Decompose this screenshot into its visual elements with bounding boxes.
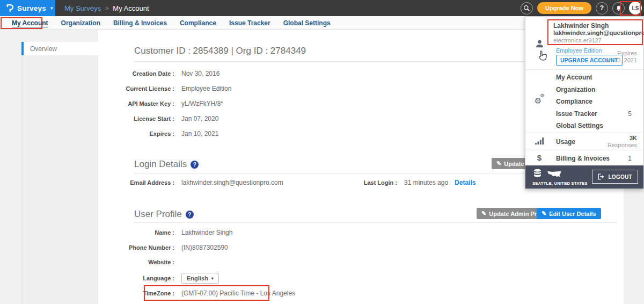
issue-tracker-count: 5 xyxy=(628,110,632,118)
dollar-icon: $ xyxy=(533,153,546,162)
logout-icon xyxy=(598,173,605,180)
field-value: yL/WzFkYH/8* xyxy=(181,100,223,107)
user-dropdown-panel: Lakhwinder Singh lakhwinder.singh@questi… xyxy=(525,16,644,189)
tab-my-account[interactable]: My Account xyxy=(5,19,55,27)
field-label: TimeZone : xyxy=(115,290,174,296)
usa-map-icon xyxy=(547,170,562,178)
search-icon xyxy=(523,5,530,12)
user-avatar[interactable]: LS xyxy=(629,2,642,15)
dropdown-username: electronics.er9127 xyxy=(553,37,602,44)
dropdown-user-name: Lakhwinder Singh xyxy=(553,22,609,30)
chevron-down-icon: ▾ xyxy=(211,276,214,281)
upgrade-now-button[interactable]: Upgrade Now xyxy=(537,2,591,14)
tab-organization[interactable]: Organization xyxy=(55,19,107,27)
questionpro-logo-icon xyxy=(6,3,13,13)
tab-billing-invoices[interactable]: Billing & Invoices xyxy=(107,19,173,27)
breadcrumb-current: My Account xyxy=(113,4,149,12)
field-label: Email Address : xyxy=(115,179,174,186)
bar-chart-icon xyxy=(533,137,546,144)
header-actions: Upgrade Now ? LS xyxy=(521,0,642,16)
field-row-expires: Expires : Jan 10, 2021 xyxy=(115,130,218,137)
menu-item-usage[interactable]: Usage xyxy=(556,138,575,146)
edition-link[interactable]: Employee Edition xyxy=(556,47,602,54)
breadcrumb: My Surveys > My Account xyxy=(64,0,149,16)
field-row-language: Language : English ▾ xyxy=(115,273,219,284)
expires-date: Jan 10, 2021 xyxy=(603,57,637,63)
field-label: Creation Date : xyxy=(115,70,174,77)
logout-button[interactable]: LOGOUT xyxy=(592,170,638,184)
field-label: Name : xyxy=(115,229,174,236)
sidebar-panel xyxy=(21,55,98,304)
field-row-timezone: TimeZone : (GMT-07:00) Pacific Time - Lo… xyxy=(115,289,295,297)
field-value: Jan 10, 2021 xyxy=(181,130,218,137)
language-value: English xyxy=(187,275,208,281)
field-value: Nov 30, 2016 xyxy=(181,70,219,77)
field-row-current-license: Current License : Employee Edition xyxy=(115,85,231,92)
sidebar-item-overview[interactable]: Overview xyxy=(21,42,98,55)
product-name: Surveys xyxy=(17,4,46,12)
usage-unit: Responses xyxy=(608,142,637,148)
menu-item-my-account[interactable]: My Account xyxy=(556,74,592,81)
panel-footer: SEATTLE, UNITED STATES LOGOUT xyxy=(525,165,643,189)
language-select[interactable]: English ▾ xyxy=(181,273,219,284)
last-login-details-link[interactable]: Details xyxy=(455,179,475,186)
sidebar-item-label: Overview xyxy=(30,45,57,53)
field-row-website: Website : xyxy=(115,259,181,265)
field-value: (GMT-07:00) Pacific Time - Los Angeles xyxy=(181,289,295,297)
logout-label: LOGOUT xyxy=(608,174,632,180)
notifications-button[interactable] xyxy=(612,2,625,15)
edit-icon: ✎ xyxy=(481,210,486,217)
field-value: Lakhwinder Singh xyxy=(181,229,232,236)
menu-item-global-settings[interactable]: Global Settings xyxy=(556,122,603,129)
bell-icon xyxy=(616,5,622,12)
help-icon[interactable]: ? xyxy=(191,161,199,169)
account-location: SEATTLE, UNITED STATES xyxy=(532,181,588,186)
field-row-api-master-key: API Master Key : yL/WzFkYH/8* xyxy=(115,100,223,107)
menu-item-organization[interactable]: Organization xyxy=(556,86,595,93)
usage-value: 3K xyxy=(630,135,637,141)
tab-compliance[interactable]: Compliance xyxy=(173,19,223,27)
field-label: API Master Key : xyxy=(115,100,174,107)
panel-divider xyxy=(525,133,643,133)
product-switcher[interactable]: Surveys ▾ xyxy=(0,0,55,16)
help-icon[interactable]: ? xyxy=(186,211,194,219)
field-value: lakhwinder.singh@questionpro.com xyxy=(181,179,283,186)
breadcrumb-parent-link[interactable]: My Surveys xyxy=(64,4,101,12)
field-row-name: Name : Lakhwinder Singh xyxy=(115,229,232,236)
tab-global-settings[interactable]: Global Settings xyxy=(277,19,337,27)
field-value: Jan 07, 2020 xyxy=(181,115,218,122)
top-header: Surveys ▾ My Surveys > My Account Upgrad… xyxy=(0,0,644,16)
help-button[interactable]: ? xyxy=(596,2,608,15)
edit-icon: ✎ xyxy=(496,160,501,167)
edit-user-details-label: Edit User Details xyxy=(549,211,596,217)
dropdown-user-email: lakhwinder.singh@questionpro.com xyxy=(553,30,644,36)
field-label: Language : xyxy=(115,275,174,281)
login-details-title: Login Details ? xyxy=(134,159,199,170)
field-row-phone-number: Phone Number : (IN)8087302590 xyxy=(115,244,228,251)
field-row-last-login: Last Login : 31 minutes ago Details xyxy=(354,179,475,186)
tab-issue-tracker[interactable]: Issue Tracker xyxy=(223,19,277,27)
field-value: 31 minutes ago xyxy=(404,179,448,186)
panel-divider xyxy=(525,69,643,70)
field-label: License Start : xyxy=(115,115,174,122)
field-label: Current License : xyxy=(115,85,174,92)
menu-item-compliance[interactable]: Compliance xyxy=(556,98,592,105)
user-profile-text: User Profile xyxy=(134,209,182,220)
breadcrumb-separator: > xyxy=(105,5,108,11)
menu-item-billing-invoices[interactable]: Billing & Invoices xyxy=(556,155,610,162)
app-root: Surveys ▾ My Surveys > My Account Upgrad… xyxy=(0,0,644,304)
edit-icon: ✎ xyxy=(541,210,546,217)
server-icon xyxy=(533,169,542,179)
field-row-creation-date: Creation Date : Nov 30, 2016 xyxy=(115,70,219,77)
field-label: Last Login : xyxy=(354,179,397,186)
chevron-down-icon: ▾ xyxy=(50,5,53,11)
avatar-initials: LS xyxy=(632,5,639,11)
field-value: (IN)8087302590 xyxy=(181,244,228,251)
menu-item-issue-tracker[interactable]: Issue Tracker xyxy=(556,110,597,118)
search-button[interactable] xyxy=(521,2,533,15)
edit-user-details-button[interactable]: ✎ Edit User Details xyxy=(537,208,601,219)
page-title: Customer ID : 2854389 | Org ID : 2784349 xyxy=(134,46,306,56)
user-profile-title: User Profile ? xyxy=(134,209,194,220)
question-icon: ? xyxy=(600,4,604,12)
update-email-button[interactable]: ✎ Update Em xyxy=(492,158,529,169)
